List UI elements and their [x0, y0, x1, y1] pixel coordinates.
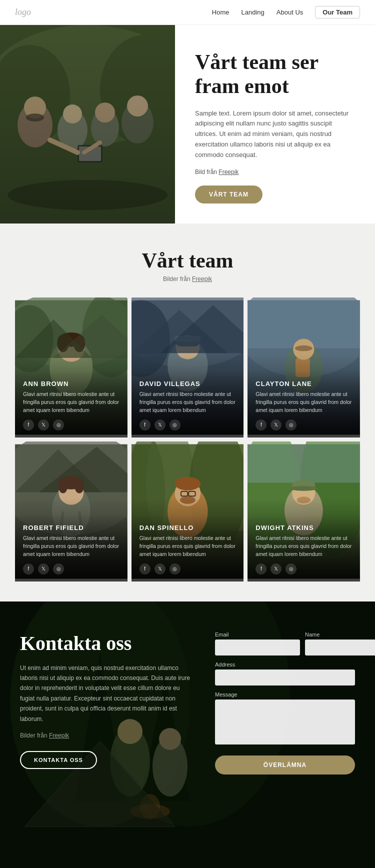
- instagram-icon-robert[interactable]: ◎: [53, 564, 64, 574]
- name-label: Name: [305, 632, 375, 638]
- email-label: Email: [215, 632, 300, 638]
- team-card-overlay-ann: ANN BROWN Glavi amet ritnisi libero mole…: [15, 371, 128, 437]
- facebook-icon-robert[interactable]: f: [23, 564, 34, 574]
- hero-image-credit: Bild från Freepik: [195, 168, 355, 176]
- submit-button[interactable]: ÖVERLÄMNA: [215, 756, 355, 774]
- facebook-icon-dwight[interactable]: f: [256, 564, 266, 574]
- nav-landing[interactable]: Landing: [242, 8, 264, 16]
- nav-links: Home Landing About Us Our Team: [212, 6, 360, 18]
- member-desc-robert: Glavi amet ritnisi libero molestie ante …: [23, 534, 120, 558]
- twitter-icon-ann[interactable]: 𝕏: [38, 420, 49, 430]
- facebook-icon-clayton[interactable]: f: [256, 420, 266, 430]
- team-card-overlay-david: DAVID VILLEGAS Glavi amet ritnisi libero…: [132, 371, 244, 437]
- team-card-david[interactable]: DAVID VILLEGAS Glavi amet ritnisi libero…: [132, 298, 244, 438]
- contact-title: Kontakta oss: [20, 632, 195, 655]
- twitter-icon-dwight[interactable]: 𝕏: [270, 564, 282, 574]
- member-socials-robert: f 𝕏 ◎: [23, 564, 120, 574]
- instagram-icon-clayton[interactable]: ◎: [286, 420, 296, 430]
- form-group-message: Message: [215, 692, 355, 744]
- member-desc-ann: Glavi amet ritnisi libero molestie ante …: [23, 390, 120, 414]
- contact-section: Kontakta oss Ut enim ad minim veniam, qu…: [0, 602, 375, 868]
- contact-form: Email Name Address Message ÖVERLÄMNA: [215, 632, 355, 774]
- nav-our-team[interactable]: Our Team: [315, 6, 360, 18]
- team-card-clayton[interactable]: CLAYTON LANE Glavi amet ritnisi libero m…: [248, 298, 360, 438]
- form-group-address: Address: [215, 662, 355, 686]
- team-card-dwight[interactable]: DWIGHT ATKINS Glavi amet ritnisi libero …: [248, 442, 360, 582]
- hero-cta-button[interactable]: VÅRT TEAM: [195, 186, 262, 204]
- team-card-overlay-robert: ROBERT FIFIELD Glavi amet ritnisi libero…: [15, 515, 128, 581]
- member-socials-dwight: f 𝕏 ◎: [256, 564, 352, 574]
- member-desc-dan: Glavi amet ritnisi libero molestie ante …: [140, 534, 236, 558]
- hero-section: Vårt team ser fram emot Sample text. Lor…: [0, 25, 375, 224]
- member-socials-dan: f 𝕏 ◎: [140, 564, 236, 574]
- facebook-icon-dan[interactable]: f: [140, 564, 150, 574]
- twitter-icon-clayton[interactable]: 𝕏: [270, 420, 282, 430]
- hero-image: [0, 25, 175, 224]
- team-card-dan[interactable]: DAN SPINELLO Glavi amet ritnisi libero m…: [132, 442, 244, 582]
- name-input[interactable]: [305, 640, 375, 656]
- team-card-overlay-dan: DAN SPINELLO Glavi amet ritnisi libero m…: [132, 515, 244, 581]
- hero-title: Vårt team ser fram emot: [195, 50, 355, 98]
- nav-about[interactable]: About Us: [276, 8, 303, 16]
- hero-description: Sample text. Lorem ipsum dolor sit amet,…: [195, 108, 355, 160]
- team-title: Vårt team: [15, 248, 360, 272]
- member-name-robert: ROBERT FIFIELD: [23, 524, 120, 532]
- navbar: logo Home Landing About Us Our Team: [0, 0, 375, 25]
- contact-description: Ut enim ad minim veniam, quis nostrud ex…: [20, 663, 195, 724]
- contact-inner: Kontakta oss Ut enim ad minim veniam, qu…: [0, 602, 375, 800]
- message-textarea[interactable]: [215, 700, 355, 744]
- member-desc-clayton: Glavi amet ritnisi libero molestie ante …: [256, 390, 352, 414]
- twitter-icon-david[interactable]: 𝕏: [154, 420, 166, 430]
- member-socials-david: f 𝕏 ◎: [140, 420, 236, 430]
- instagram-icon-david[interactable]: ◎: [170, 420, 180, 430]
- team-card-ann[interactable]: ANN BROWN Glavi amet ritnisi libero mole…: [15, 298, 128, 438]
- contact-cta-button[interactable]: KONTAKTA OSS: [20, 751, 97, 769]
- team-card-overlay-dwight: DWIGHT ATKINS Glavi amet ritnisi libero …: [248, 515, 360, 581]
- logo: logo: [15, 7, 31, 18]
- twitter-icon-robert[interactable]: 𝕏: [38, 564, 49, 574]
- hero-content: Vårt team ser fram emot Sample text. Lor…: [175, 25, 375, 224]
- team-card-robert[interactable]: ROBERT FIFIELD Glavi amet ritnisi libero…: [15, 442, 128, 582]
- team-grid: ANN BROWN Glavi amet ritnisi libero mole…: [15, 298, 360, 582]
- member-name-clayton: CLAYTON LANE: [256, 380, 352, 388]
- contact-credit: Bilder från Freepik: [20, 732, 195, 739]
- instagram-icon-dan[interactable]: ◎: [170, 564, 180, 574]
- member-desc-david: Glavi amet ritnisi libero molestie ante …: [140, 390, 236, 414]
- svg-rect-18: [0, 25, 175, 220]
- nav-home[interactable]: Home: [212, 8, 230, 16]
- team-freepik-link[interactable]: Freepik: [192, 276, 212, 282]
- address-input[interactable]: [215, 670, 355, 686]
- team-section: Vårt team Bilder från Freepik: [0, 224, 375, 602]
- member-name-ann: ANN BROWN: [23, 380, 120, 388]
- message-label: Message: [215, 692, 355, 698]
- member-socials-ann: f 𝕏 ◎: [23, 420, 120, 430]
- member-name-dwight: DWIGHT ATKINS: [256, 524, 352, 532]
- member-desc-dwight: Glavi amet ritnisi libero molestie ante …: [256, 534, 352, 558]
- member-name-dan: DAN SPINELLO: [140, 524, 236, 532]
- facebook-icon-david[interactable]: f: [140, 420, 150, 430]
- form-group-email: Email: [215, 632, 300, 656]
- member-name-david: DAVID VILLEGAS: [140, 380, 236, 388]
- contact-left: Kontakta oss Ut enim ad minim veniam, qu…: [20, 632, 195, 774]
- twitter-icon-dan[interactable]: 𝕏: [154, 564, 166, 574]
- address-label: Address: [215, 662, 355, 668]
- team-credit: Bilder från Freepik: [15, 276, 360, 282]
- instagram-icon-ann[interactable]: ◎: [53, 420, 64, 430]
- freepik-link[interactable]: Freepik: [218, 168, 238, 176]
- team-card-overlay-clayton: CLAYTON LANE Glavi amet ritnisi libero m…: [248, 371, 360, 437]
- facebook-icon-ann[interactable]: f: [23, 420, 34, 430]
- member-socials-clayton: f 𝕏 ◎: [256, 420, 352, 430]
- form-row-email-name: Email Name: [215, 632, 355, 656]
- form-group-name: Name: [305, 632, 375, 656]
- instagram-icon-dwight[interactable]: ◎: [286, 564, 296, 574]
- email-input[interactable]: [215, 640, 300, 656]
- contact-freepik-link[interactable]: Freepik: [49, 732, 69, 739]
